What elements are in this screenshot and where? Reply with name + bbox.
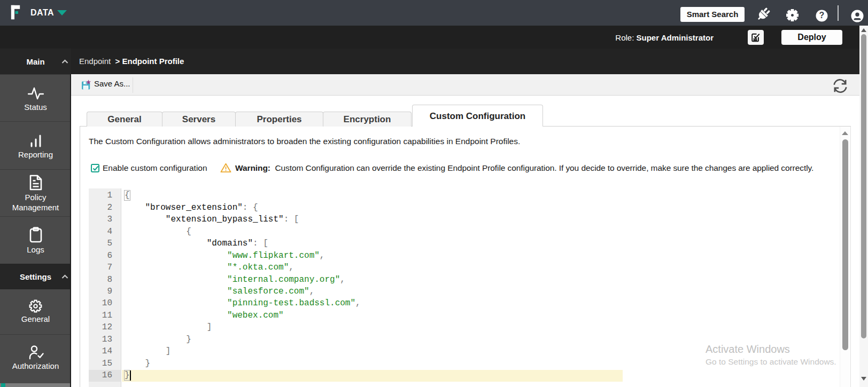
svg-text:?: ? bbox=[819, 11, 825, 20]
